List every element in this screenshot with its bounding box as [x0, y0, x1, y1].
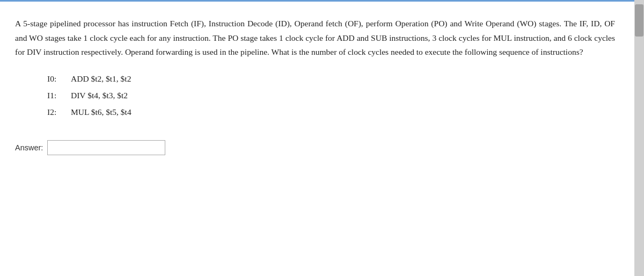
instructions-block: I0: ADD $t2, $t1, $t2 I1: DIV $t4, $t3, …: [47, 72, 615, 119]
question-text: A 5-stage pipelined processor has instru…: [15, 17, 615, 60]
instruction-code-2: MUL $t6, $t5, $t4: [71, 106, 131, 119]
scrollbar-area: [634, 0, 644, 276]
main-container: A 5-stage pipelined processor has instru…: [0, 0, 644, 276]
instruction-code-0: ADD $t2, $t1, $t2: [71, 72, 131, 86]
content-area: A 5-stage pipelined processor has instru…: [0, 0, 634, 276]
answer-label: Answer:: [15, 143, 43, 152]
answer-input[interactable]: [47, 140, 165, 155]
instruction-label-0: I0:: [47, 72, 69, 86]
list-item: I1: DIV $t4, $t3, $t2: [47, 89, 615, 103]
list-item: I0: ADD $t2, $t1, $t2: [47, 72, 615, 86]
instruction-code-1: DIV $t4, $t3, $t2: [71, 89, 128, 103]
instruction-label-1: I1:: [47, 89, 69, 103]
scrollbar-thumb[interactable]: [635, 4, 643, 37]
answer-section: Answer:: [15, 140, 615, 155]
list-item: I2: MUL $t6, $t5, $t4: [47, 106, 615, 119]
instruction-label-2: I2:: [47, 106, 69, 119]
